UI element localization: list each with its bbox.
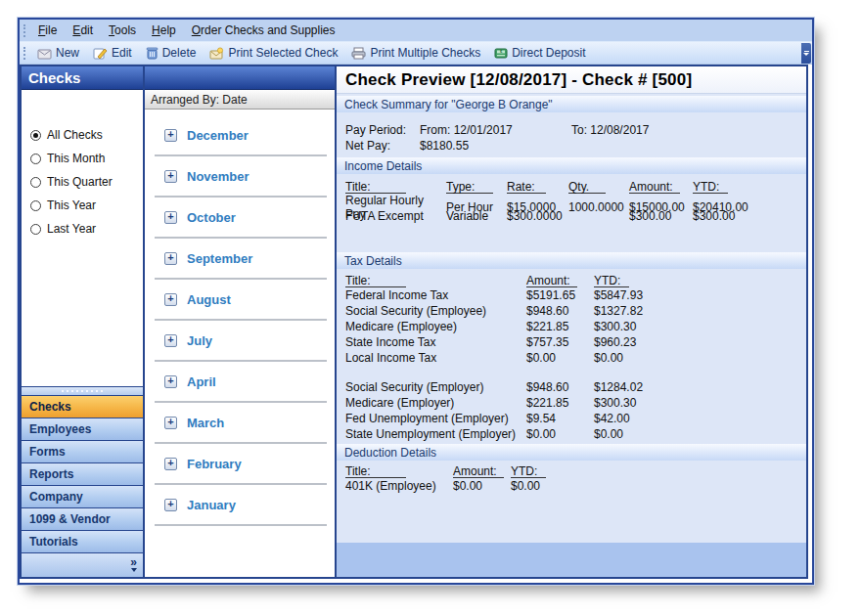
sidebar-splitter-handle[interactable] [22, 386, 143, 395]
sidebar-nav-checks[interactable]: Checks [22, 395, 143, 418]
sidebar: Checks All Checks This Month This Quarte… [20, 65, 145, 579]
edit-pencil-icon [93, 46, 108, 60]
filter-all-checks[interactable]: All Checks [22, 123, 143, 147]
filter-this-year[interactable]: This Year [22, 194, 143, 217]
menu-file[interactable]: File [30, 22, 65, 39]
new-button-label: New [56, 46, 79, 60]
expand-plus-icon[interactable] [164, 170, 177, 183]
filter-label: This Month [47, 152, 105, 165]
print-selected-check-button[interactable]: Print Selected Check [203, 44, 344, 62]
expand-plus-icon[interactable] [164, 293, 177, 306]
month-item-november[interactable]: November [155, 156, 327, 198]
tax-row: Fed Unemployment (Employer) $9.54 $42.00 [337, 411, 806, 426]
sidebar-nav-1099-vendor[interactable]: 1099 & Vendor [22, 507, 143, 530]
month-item-january[interactable]: January [155, 485, 327, 526]
pay-period-label: Pay Period: [345, 123, 420, 137]
new-check-icon [37, 47, 52, 60]
month-label: August [187, 292, 231, 307]
expand-plus-icon[interactable] [164, 252, 177, 265]
sidebar-title: Checks [22, 66, 143, 90]
month-label: November [187, 169, 249, 184]
menu-edit[interactable]: Edit [65, 22, 101, 39]
income-table-header: Title: Type: Rate: Qty. Amount: YTD: [337, 179, 806, 194]
sidebar-nav-forms[interactable]: Forms [22, 440, 143, 462]
pay-period-row: Pay Period: From: 12/01/2017 To: 12/08/2… [337, 122, 806, 138]
preview-footer-strip [337, 543, 806, 577]
sidebar-overflow-button[interactable]: » [130, 558, 137, 572]
col-amount: Amount: [629, 180, 680, 194]
tax-row: Social Security (Employee) $948.60 $1327… [337, 303, 806, 319]
month-label: September [187, 251, 252, 266]
chevron-down-icon [803, 53, 809, 56]
app-window: File Edit Tools Help Order Checks and Su… [18, 18, 814, 585]
filter-this-quarter[interactable]: This Quarter [22, 170, 143, 194]
desktop-background: File Edit Tools Help Order Checks and Su… [0, 0, 861, 616]
month-label: July [187, 333, 212, 348]
sidebar-nav-company[interactable]: Company [22, 485, 143, 507]
net-pay-label: Net Pay: [345, 139, 420, 153]
toolbar-grip-handle[interactable] [23, 47, 26, 60]
print-multiple-checks-button[interactable]: Print Multiple Checks [344, 44, 487, 62]
filter-label: All Checks [47, 128, 103, 142]
expand-plus-icon[interactable] [164, 458, 177, 470]
col-type: Type: [446, 180, 493, 194]
radio-icon[interactable] [30, 130, 41, 141]
delete-button-label: Delete [162, 46, 197, 60]
grip-dots-icon [62, 390, 103, 392]
month-item-march[interactable]: March [155, 403, 327, 444]
menu-order-checks-and-supplies[interactable]: Order Checks and Supplies [184, 22, 343, 39]
direct-deposit-button[interactable]: $ Direct Deposit [487, 44, 592, 62]
chevron-right-icon: » [130, 558, 137, 567]
toolbar-overflow-bar-icon [804, 51, 809, 52]
edit-button[interactable]: Edit [86, 44, 139, 62]
printer-icon [351, 47, 366, 60]
month-label: February [187, 457, 242, 471]
month-item-february[interactable]: February [155, 444, 327, 485]
expand-plus-icon[interactable] [164, 375, 177, 388]
trash-icon [146, 46, 159, 60]
filter-label: Last Year [47, 222, 96, 236]
filter-last-year[interactable]: Last Year [22, 217, 143, 241]
toolbar-overflow-button[interactable] [801, 43, 811, 64]
radio-icon[interactable] [30, 177, 41, 188]
col-amount: Amount: [453, 464, 504, 478]
chevron-down-icon [131, 568, 137, 572]
direct-deposit-icon: $ [494, 47, 508, 60]
menubar-grip-handle[interactable] [23, 24, 26, 37]
sidebar-nav-employees[interactable]: Employees [22, 418, 143, 440]
months-panel: Arranged By: Date December November Octo… [145, 65, 337, 579]
expand-plus-icon[interactable] [164, 129, 177, 142]
radio-icon[interactable] [30, 154, 41, 164]
menu-help[interactable]: Help [144, 22, 184, 39]
expand-plus-icon[interactable] [164, 499, 177, 511]
month-list: December November October September [145, 110, 335, 577]
filter-this-month[interactable]: This Month [22, 147, 143, 170]
month-item-april[interactable]: April [155, 362, 327, 403]
tax-row: Medicare (Employer) $221.85 $300.30 [337, 395, 806, 411]
direct-deposit-label: Direct Deposit [512, 46, 585, 60]
print-check-icon [209, 47, 224, 60]
filter-label: This Quarter [47, 175, 113, 189]
edit-button-label: Edit [112, 46, 132, 60]
sidebar-nav-reports[interactable]: Reports [22, 462, 143, 485]
radio-icon[interactable] [30, 224, 41, 235]
net-pay-row: Net Pay: $8180.55 [337, 138, 806, 154]
month-item-october[interactable]: October [155, 198, 327, 239]
month-item-august[interactable]: August [155, 280, 327, 321]
arranged-by-bar[interactable]: Arranged By: Date [145, 90, 335, 110]
col-title: Title: [345, 274, 406, 287]
check-filter-group: All Checks This Month This Quarter This … [22, 90, 143, 386]
sidebar-nav-tutorials[interactable]: Tutorials [22, 530, 143, 552]
expand-plus-icon[interactable] [164, 211, 177, 224]
check-preview-body: Check Summary for "George B Orange" Pay … [337, 94, 806, 577]
radio-icon[interactable] [30, 200, 41, 211]
tax-row: Local Income Tax $0.00 $0.00 [337, 350, 806, 366]
month-item-december[interactable]: December [155, 115, 327, 156]
new-button[interactable]: New [30, 44, 86, 62]
expand-plus-icon[interactable] [164, 417, 177, 429]
month-item-july[interactable]: July [155, 321, 327, 362]
menu-tools[interactable]: Tools [101, 22, 144, 39]
month-item-september[interactable]: September [155, 239, 327, 280]
delete-button[interactable]: Delete [139, 44, 204, 62]
expand-plus-icon[interactable] [164, 334, 177, 347]
